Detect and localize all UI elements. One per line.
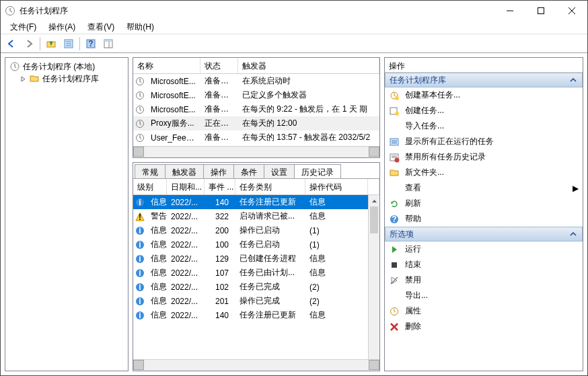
menu-file[interactable]: 文件(F) [6, 20, 40, 34]
history-row[interactable]: i信息2022/...100任务已启动(1) [133, 237, 379, 252]
task-row[interactable]: Proxy服务...正在运行在每天的 12:00 [133, 116, 379, 130]
folder-icon [389, 167, 400, 178]
props-icon[interactable] [61, 36, 77, 52]
delete-icon [389, 322, 400, 332]
close-button[interactable] [556, 1, 587, 21]
action-item[interactable]: 刷新 [385, 196, 583, 211]
svg-point-38 [395, 157, 400, 162]
svg-text:i: i [139, 226, 141, 235]
folder-up-icon[interactable] [43, 36, 59, 52]
action-pane: 操作 任务计划程序库 创建基本任务...创建任务...导入任务...显示所有正在… [384, 57, 583, 371]
h-scrollbar[interactable] [133, 146, 379, 157]
maximize-button[interactable] [525, 1, 556, 21]
svg-text:i: i [139, 297, 141, 306]
minimize-button[interactable] [494, 1, 525, 21]
action-item[interactable]: ?帮助 [385, 211, 583, 227]
action-item[interactable]: 显示所有正在运行的任务 [385, 134, 583, 149]
warn-icon: ! [133, 212, 147, 221]
action-item[interactable]: 导入任务... [385, 118, 583, 134]
svg-text:i: i [139, 283, 141, 292]
refresh-icon [389, 198, 400, 209]
collapse-icon[interactable] [568, 75, 578, 85]
svg-text:?: ? [392, 215, 396, 224]
action-section-library[interactable]: 任务计划程序库 [385, 73, 583, 87]
window-title: 任务计划程序 [20, 5, 68, 17]
task-row[interactable]: MicrosoftE...准备就绪在系统启动时 [133, 74, 379, 88]
action-item[interactable]: 新文件夹... [385, 165, 583, 180]
history-row[interactable]: i信息2022/...140任务注册已更新信息 [133, 308, 379, 322]
list-header[interactable]: 名称 状态 触发器 [133, 58, 379, 74]
action-item[interactable]: 属性 [385, 303, 583, 319]
back-button[interactable] [3, 36, 20, 52]
action-item[interactable]: 运行 [385, 241, 583, 257]
history-row[interactable]: i信息2022/...200操作已启动(1) [133, 223, 379, 237]
info-icon: i [133, 283, 147, 292]
clock-icon [133, 105, 147, 114]
action-item[interactable]: 禁用所有任务历史记录 [385, 149, 583, 165]
svg-point-35 [395, 112, 399, 116]
tab-1[interactable]: 触发器 [165, 164, 204, 178]
submenu-arrow-icon: ▶ [573, 184, 579, 193]
titlebar: 任务计划程序 [1, 1, 587, 21]
clock-icon [133, 91, 147, 100]
history-row[interactable]: i信息2022/...102任务已完成(2) [133, 280, 379, 294]
menu-help[interactable]: 帮助(H) [122, 20, 158, 34]
action-item[interactable]: 禁用 [385, 272, 583, 288]
task-list: 名称 状态 触发器 MicrosoftE...准备就绪在系统启动时Microso… [133, 57, 380, 158]
svg-rect-1 [538, 8, 544, 14]
svg-text:i: i [139, 311, 141, 320]
tree-pane: 任务计划程序 (本地) 任务计划程序库 [5, 57, 128, 371]
blank-icon [389, 121, 400, 132]
props-icon [389, 306, 400, 317]
menu-action[interactable]: 操作(A) [44, 20, 79, 34]
tab-3[interactable]: 条件 [233, 164, 264, 178]
v-scrollbar[interactable] [368, 195, 379, 359]
svg-text:i: i [139, 198, 141, 207]
help-icon[interactable]: ? [83, 36, 99, 52]
task-row[interactable]: MicrosoftE...准备就绪在每天的 9:22 - 触发后，在 1 天 期 [133, 102, 379, 116]
task-row[interactable]: User_Feed_...准备就绪在每天的 13:57 - 触发器在 2032/… [133, 130, 379, 145]
history-row[interactable]: i信息2022/...129已创建任务进程信息 [133, 252, 379, 266]
menubar: 文件(F) 操作(A) 查看(V) 帮助(H) [1, 21, 587, 34]
action-item[interactable]: 删除 [385, 319, 583, 334]
tree-child[interactable]: 任务计划程序库 [8, 73, 125, 85]
forward-button[interactable] [21, 36, 37, 52]
clock-icon [133, 77, 147, 86]
disable-hist-icon [389, 152, 400, 163]
history-row[interactable]: !警告2022/...322启动请求已被...信息 [133, 209, 379, 223]
action-item[interactable]: 创建基本任务... [385, 87, 583, 103]
tab-0[interactable]: 常规 [135, 164, 166, 178]
action-item[interactable]: 查看▶ [385, 180, 583, 196]
clock-icon [133, 119, 147, 128]
running-icon [389, 137, 400, 147]
info-icon: i [133, 254, 147, 264]
tab-5[interactable]: 历史记录 [294, 164, 341, 178]
history-header[interactable]: 级别 日期和... 事件 ... 任务类别 操作代码 [133, 179, 379, 195]
info-icon: i [133, 240, 147, 250]
svg-text:i: i [139, 240, 141, 250]
folder-icon [29, 73, 40, 84]
history-row[interactable]: i信息2022/...201操作已完成(2) [133, 294, 379, 308]
clock-icon [133, 133, 147, 143]
h-scrollbar-detail[interactable] [133, 359, 379, 371]
task-row[interactable]: MicrosoftE...准备就绪已定义多个触发器 [133, 88, 379, 102]
action-item[interactable]: 导出... [385, 288, 583, 303]
action-section-selected[interactable]: 所选项 [385, 227, 583, 241]
detail-box: 常规触发器操作条件设置历史记录 级别 日期和... 事件 ... 任务类别 操作… [133, 162, 380, 371]
disable-icon [389, 275, 400, 286]
blank-icon [389, 183, 400, 194]
info-icon: i [133, 268, 147, 278]
tab-4[interactable]: 设置 [264, 164, 295, 178]
collapse-icon[interactable] [568, 229, 578, 239]
info-icon: i [133, 198, 147, 207]
action-item[interactable]: 结束 [385, 257, 583, 272]
tab-2[interactable]: 操作 [203, 164, 234, 178]
menu-view[interactable]: 查看(V) [83, 20, 118, 34]
action-item[interactable]: 创建任务... [385, 103, 583, 118]
history-row[interactable]: i信息2022/...107任务已由计划...信息 [133, 266, 379, 280]
tree-root[interactable]: 任务计划程序 (本地) [8, 61, 125, 73]
pane-icon[interactable] [100, 36, 116, 52]
history-row[interactable]: i信息2022/...140任务注册已更新信息 [133, 195, 379, 209]
expand-icon[interactable] [20, 76, 26, 82]
new-task-icon [389, 106, 400, 116]
